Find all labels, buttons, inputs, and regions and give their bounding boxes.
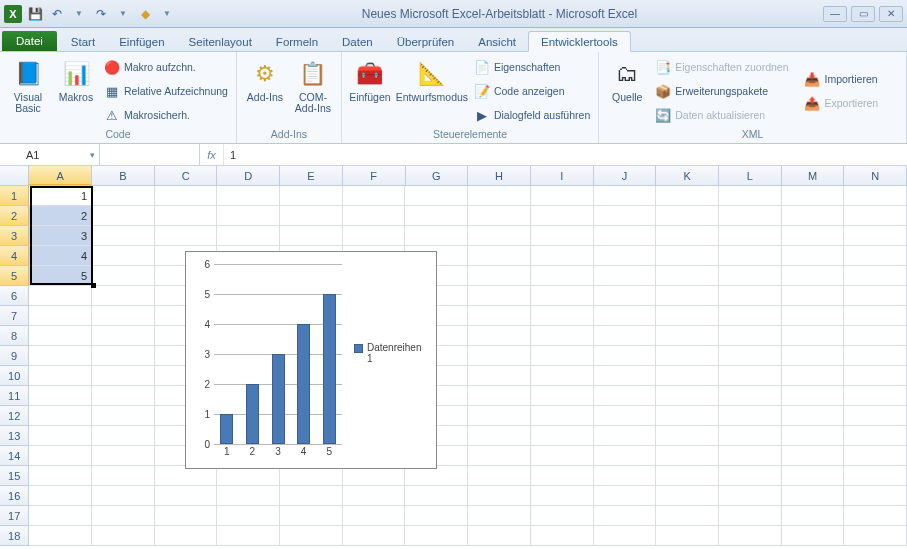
undo-dropdown-icon[interactable]: ▼	[70, 5, 88, 23]
cell[interactable]	[468, 186, 531, 206]
cell[interactable]	[343, 186, 406, 206]
cell[interactable]	[719, 266, 782, 286]
cell[interactable]	[92, 206, 155, 226]
cell[interactable]	[468, 326, 531, 346]
redo-dropdown-icon[interactable]: ▼	[114, 5, 132, 23]
cell[interactable]	[656, 506, 719, 526]
column-header[interactable]: L	[719, 166, 782, 185]
cell[interactable]	[594, 426, 657, 446]
addins-button[interactable]: ⚙ Add-Ins	[243, 56, 287, 126]
cell[interactable]	[844, 486, 907, 506]
cell[interactable]	[29, 386, 92, 406]
cell[interactable]	[844, 186, 907, 206]
cell[interactable]	[92, 466, 155, 486]
cell[interactable]	[656, 306, 719, 326]
cell[interactable]: 3	[29, 226, 92, 246]
cell[interactable]	[594, 206, 657, 226]
cell[interactable]	[468, 486, 531, 506]
cell[interactable]	[719, 286, 782, 306]
cell[interactable]	[468, 206, 531, 226]
cell[interactable]	[531, 246, 594, 266]
cell[interactable]	[92, 366, 155, 386]
cell[interactable]	[92, 486, 155, 506]
cell[interactable]	[719, 366, 782, 386]
cell[interactable]	[92, 326, 155, 346]
cell[interactable]	[280, 506, 343, 526]
cell[interactable]	[468, 266, 531, 286]
cell[interactable]	[782, 346, 845, 366]
cell[interactable]	[844, 446, 907, 466]
cell[interactable]	[594, 286, 657, 306]
cell[interactable]	[468, 366, 531, 386]
qat-customize-icon[interactable]: ▼	[158, 5, 176, 23]
row-header[interactable]: 12	[0, 406, 29, 426]
cell[interactable]	[719, 206, 782, 226]
record-macro-button[interactable]: 🔴Makro aufzchn.	[102, 56, 230, 78]
cell[interactable]	[531, 526, 594, 546]
cell[interactable]	[844, 386, 907, 406]
design-mode-button[interactable]: 📐 Entwurfsmodus	[396, 56, 468, 126]
cell[interactable]	[531, 226, 594, 246]
cell[interactable]	[531, 506, 594, 526]
cell[interactable]	[92, 306, 155, 326]
row-header[interactable]: 9	[0, 346, 29, 366]
cell[interactable]	[468, 506, 531, 526]
cell[interactable]	[844, 426, 907, 446]
cell[interactable]	[844, 226, 907, 246]
fx-button[interactable]: fx	[200, 144, 224, 165]
cell[interactable]	[531, 406, 594, 426]
cell[interactable]	[29, 326, 92, 346]
cell[interactable]	[656, 266, 719, 286]
cell[interactable]	[531, 386, 594, 406]
name-box[interactable]: A1	[0, 144, 100, 165]
cell[interactable]	[29, 286, 92, 306]
cell[interactable]	[656, 246, 719, 266]
cell[interactable]	[719, 346, 782, 366]
row-header[interactable]: 4	[0, 246, 29, 266]
tab-file[interactable]: Datei	[2, 31, 57, 51]
cell[interactable]	[844, 206, 907, 226]
cell[interactable]	[92, 506, 155, 526]
cell[interactable]	[844, 406, 907, 426]
cell[interactable]	[844, 346, 907, 366]
column-header[interactable]: K	[656, 166, 719, 185]
cell[interactable]	[782, 366, 845, 386]
row-header[interactable]: 14	[0, 446, 29, 466]
column-header[interactable]: C	[155, 166, 218, 185]
cell[interactable]	[844, 366, 907, 386]
cell[interactable]	[719, 446, 782, 466]
row-header[interactable]: 11	[0, 386, 29, 406]
cell[interactable]	[594, 466, 657, 486]
cell[interactable]	[531, 326, 594, 346]
cell[interactable]	[92, 226, 155, 246]
cell[interactable]	[719, 186, 782, 206]
cell[interactable]	[92, 526, 155, 546]
cell[interactable]	[782, 246, 845, 266]
cell[interactable]	[468, 226, 531, 246]
maximize-button[interactable]: ▭	[851, 6, 875, 22]
cell[interactable]	[531, 186, 594, 206]
run-dialog-button[interactable]: ▶Dialogfeld ausführen	[472, 104, 592, 126]
redo-icon[interactable]: ↷	[92, 5, 110, 23]
xml-export-button[interactable]: 📤Exportieren	[802, 92, 880, 114]
tab-start[interactable]: Start	[59, 32, 107, 51]
cell[interactable]	[844, 506, 907, 526]
cell[interactable]	[155, 206, 218, 226]
row-header[interactable]: 3	[0, 226, 29, 246]
cell[interactable]	[155, 186, 218, 206]
cell[interactable]	[844, 466, 907, 486]
row-header[interactable]: 13	[0, 426, 29, 446]
cell[interactable]: 1	[29, 186, 92, 206]
cell[interactable]	[405, 226, 468, 246]
com-addins-button[interactable]: 📋 COM- Add-Ins	[291, 56, 335, 126]
cell[interactable]	[782, 306, 845, 326]
cell[interactable]	[719, 506, 782, 526]
cell[interactable]	[656, 406, 719, 426]
cell[interactable]	[719, 386, 782, 406]
cell[interactable]	[656, 386, 719, 406]
cell[interactable]	[594, 446, 657, 466]
cell[interactable]	[782, 506, 845, 526]
cell[interactable]	[719, 486, 782, 506]
column-header[interactable]: F	[343, 166, 406, 185]
cell[interactable]	[782, 266, 845, 286]
